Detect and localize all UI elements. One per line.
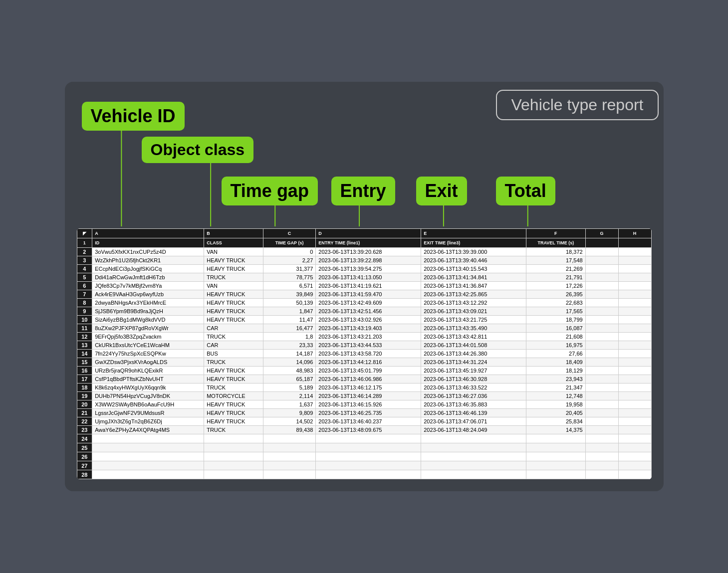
cell-time-gap xyxy=(263,461,315,470)
cell-id: 7fn224Yy75hzSpXcESQPKw xyxy=(92,350,204,358)
cell-class: HEAVY TRUCK xyxy=(204,290,263,299)
cell-id: LgssrJcGjwNF2V9UMdsusR xyxy=(92,409,204,417)
cell-class: HEAVY TRUCK xyxy=(204,299,263,307)
table-row: 3 WzZkhPh1U2i5fjhCkt2KR1 HEAVY TRUCK 2,2… xyxy=(77,256,651,265)
table-row: 27 xyxy=(77,461,651,470)
cell-h xyxy=(618,273,651,282)
cell-entry xyxy=(316,443,421,452)
row-num: 23 xyxy=(77,426,92,434)
table-row: 22 UjmgJXh3tZ6gTn2qB6Z6Dj HEAVY TRUCK 14… xyxy=(77,417,651,426)
cell-time-gap: 2,114 xyxy=(263,392,315,400)
cell-travel xyxy=(526,452,586,461)
cell-g xyxy=(585,290,618,299)
cell-time-gap: 14,502 xyxy=(263,417,315,426)
annotation-labels: Vehicle ID Object class Time gap Entry E… xyxy=(77,97,652,226)
cell-class: HEAVY TRUCK xyxy=(204,375,263,383)
cell-exit: 2023-06-13T13:44:26.380 xyxy=(421,350,526,358)
cell-exit xyxy=(421,461,526,470)
cell-time-gap: 31,377 xyxy=(263,265,315,273)
cell-g xyxy=(585,392,618,400)
cell-h xyxy=(618,299,651,307)
cell-travel: 18,129 xyxy=(526,367,586,375)
cell-class: TRUCK xyxy=(204,273,263,282)
row-num: 7 xyxy=(77,290,92,299)
cell-exit: 2023-06-13T13:46:35.883 xyxy=(421,400,526,409)
cell-class: TRUCK xyxy=(204,426,263,434)
cell-id xyxy=(92,461,204,470)
cell-travel: 22,683 xyxy=(526,299,586,307)
row-num: 4 xyxy=(77,265,92,273)
cell-time-gap: 1,637 xyxy=(263,400,315,409)
cell-g xyxy=(585,383,618,392)
cell-exit: 2023-06-13T13:43:09.021 xyxy=(421,307,526,316)
table-row: 9 SjJSB6Ypm9B9Bd9raJjQzH HEAVY TRUCK 1,8… xyxy=(77,307,651,316)
cell-travel: 26,395 xyxy=(526,290,586,299)
cell-travel: 17,565 xyxy=(526,307,586,316)
table-row: 11 8uZXw2PJFXP87gdRoVXgWr CAR 16,477 202… xyxy=(77,324,651,333)
entry-label: Entry xyxy=(331,177,395,205)
cell-id xyxy=(92,452,204,461)
cell-id xyxy=(92,434,204,443)
cell-travel: 18,372 xyxy=(526,248,586,256)
cell-class: HEAVY TRUCK xyxy=(204,417,263,426)
cell-entry: 2023-06-13T13:48:09.675 xyxy=(316,426,421,434)
row-num: 6 xyxy=(77,282,92,290)
row-num: 17 xyxy=(77,375,92,383)
cell-id: 9EFrQpj5fo3B3ZpqZvackm xyxy=(92,333,204,341)
cell-id: JQfe83Cp7v7kMBjf2vm8Ya xyxy=(92,282,204,290)
table-row: 10 SizAi6yzBBg1dMWg8kdVVD HEAVY TRUCK 11… xyxy=(77,316,651,324)
row-num: 8 xyxy=(77,299,92,307)
table-row: 14 7fn224Yy75hzSpXcESQPKw BUS 14,187 202… xyxy=(77,350,651,358)
cell-time-gap: 14,096 xyxy=(263,358,315,367)
cell-travel: 12,748 xyxy=(526,392,586,400)
cell-exit: 2023-06-13T13:40:15.543 xyxy=(421,265,526,273)
sub-c: TIME GAP (s) xyxy=(263,238,315,248)
cell-exit: 2023-06-13T13:46:30.928 xyxy=(421,375,526,383)
cell-h xyxy=(618,256,651,265)
cell-h xyxy=(618,358,651,367)
cell-exit: 2023-06-13T13:43:12.292 xyxy=(421,299,526,307)
cell-time-gap: 65,187 xyxy=(263,375,315,383)
row-num: 22 xyxy=(77,417,92,426)
cell-travel xyxy=(526,434,586,443)
cell-entry: 2023-06-13T13:43:02.926 xyxy=(316,316,421,324)
row-num: 13 xyxy=(77,341,92,350)
cell-exit: 2023-06-13T13:43:21.725 xyxy=(421,316,526,324)
row-num: 5 xyxy=(77,273,92,282)
cell-exit: 2023-06-13T13:48:24.049 xyxy=(421,426,526,434)
cell-time-gap: 9,809 xyxy=(263,409,315,417)
row-num: 16 xyxy=(77,367,92,375)
cell-time-gap: 1,8 xyxy=(263,333,315,341)
data-table: ◤ A B C D E F G H 1 ID CLASS TIME GAP (s… xyxy=(77,228,652,479)
cell-g xyxy=(585,409,618,417)
row-num: 21 xyxy=(77,409,92,417)
cell-travel: 23,943 xyxy=(526,375,586,383)
cell-entry xyxy=(316,434,421,443)
cell-travel xyxy=(526,461,586,470)
cell-g xyxy=(585,273,618,282)
column-header-row: ◤ A B C D E F G H xyxy=(77,229,651,238)
table-row: 23 AwaY6eZPHyZA4XQPAtg4MS TRUCK 89,438 2… xyxy=(77,426,651,434)
cell-class: BUS xyxy=(204,350,263,358)
cell-g xyxy=(585,324,618,333)
row-num: 19 xyxy=(77,392,92,400)
table-row: 20 X3WW2SWAyBNB6oAauFcU9H HEAVY TRUCK 1,… xyxy=(77,400,651,409)
cell-id: CsfP1qBbdPTftsKZbNvUHT xyxy=(92,375,204,383)
cell-exit: 2023-06-13T13:41:36.847 xyxy=(421,282,526,290)
spreadsheet: ◤ A B C D E F G H 1 ID CLASS TIME GAP (s… xyxy=(77,228,652,479)
cell-entry: 2023-06-13T13:46:40.237 xyxy=(316,417,421,426)
cell-travel: 14,375 xyxy=(526,426,586,434)
cell-entry: 2023-06-13T13:45:01.799 xyxy=(316,367,421,375)
cell-g xyxy=(585,299,618,307)
table-row: 21 LgssrJcGjwNF2V9UMdsusR HEAVY TRUCK 9,… xyxy=(77,409,651,417)
cell-id: DUHb7PN54HpzVCugJV8nDK xyxy=(92,392,204,400)
cell-h xyxy=(618,417,651,426)
time-gap-label: Time gap xyxy=(222,177,318,205)
row-num: 26 xyxy=(77,452,92,461)
cell-h xyxy=(618,383,651,392)
cell-class: HEAVY TRUCK xyxy=(204,256,263,265)
cell-g xyxy=(585,400,618,409)
cell-time-gap: 16,477 xyxy=(263,324,315,333)
cell-class: HEAVY TRUCK xyxy=(204,265,263,273)
cell-travel: 16,087 xyxy=(526,324,586,333)
